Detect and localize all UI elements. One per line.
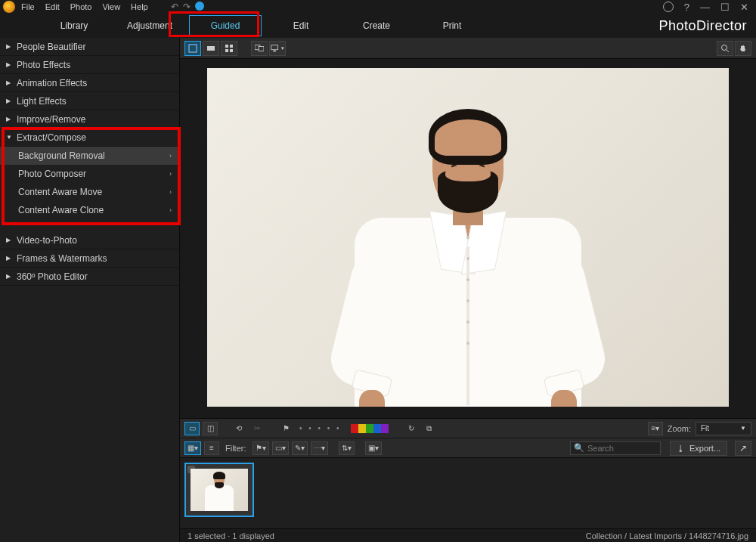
mode-tabs: Library Adjustment Guided Edit Create Pr…	[0, 14, 756, 38]
sidebar-sub-label: Content Aware Clone	[18, 205, 104, 215]
highlight-guided-tab	[169, 11, 259, 37]
sidebar-item-light-effects[interactable]: ▶Light Effects	[0, 92, 179, 110]
secondary-display-button[interactable]	[251, 41, 268, 56]
sidebar-label: People Beautifier	[17, 42, 85, 52]
monitor-dropdown-button[interactable]: ▾	[269, 41, 286, 56]
guided-sidebar: ▶People Beautifier ▶Photo Effects ▶Anima…	[0, 38, 180, 542]
maximize-icon[interactable]: ☐	[720, 2, 730, 13]
menu-bar: File Edit Photo View Help	[21, 2, 148, 11]
cloud-icon[interactable]	[195, 2, 204, 11]
menu-photo[interactable]: Photo	[70, 2, 92, 11]
stack-button[interactable]: ▣▾	[365, 441, 382, 455]
chevron-right-icon: ▶	[6, 255, 12, 262]
refresh-button[interactable]: ↻	[404, 422, 419, 435]
sidebar-item-video-to-photo[interactable]: ▶Video-to-Photo	[0, 231, 179, 249]
svg-rect-5	[230, 49, 233, 52]
tab-create[interactable]: Create	[340, 15, 413, 36]
content-area: ▾	[180, 38, 756, 542]
histogram-toggle-button[interactable]: ≡▾	[648, 422, 663, 435]
color-swatch[interactable]	[366, 424, 373, 433]
svg-rect-0	[189, 45, 197, 52]
view-single-button[interactable]	[184, 41, 201, 56]
sort-button[interactable]: ⇅▾	[339, 441, 355, 455]
color-swatch[interactable]	[373, 424, 381, 433]
rating-dots[interactable]: • • • • •	[299, 424, 342, 432]
menu-file[interactable]: File	[21, 2, 35, 11]
redo-icon[interactable]: ↷	[183, 2, 191, 12]
sidebar-label: Photo Effects	[17, 60, 70, 70]
sidebar-item-animation-effects[interactable]: ▶Animation Effects	[0, 74, 179, 92]
search-icon: 🔍	[574, 443, 584, 453]
menu-help[interactable]: Help	[131, 2, 148, 11]
sidebar-sub-content-aware-clone[interactable]: Content Aware Clone›	[0, 201, 179, 219]
view-mode2-button[interactable]: ◫	[203, 422, 218, 435]
filter-rating-button[interactable]: ⋯▾	[311, 441, 328, 455]
status-path: Collection / Latest Imports / 1448274716…	[586, 531, 748, 540]
preview-canvas[interactable]	[180, 59, 756, 418]
sidebar-item-people-beautifier[interactable]: ▶People Beautifier	[0, 38, 179, 56]
sidebar-label: Animation Effects	[17, 78, 87, 88]
filter-edited-button[interactable]: ✎▾	[292, 441, 308, 455]
crop-button[interactable]: ✂	[249, 422, 265, 435]
submenu-arrow-icon: ›	[169, 188, 172, 196]
search-box[interactable]: 🔍 ✕	[570, 441, 661, 455]
close-icon[interactable]: ✕	[740, 2, 748, 13]
sidebar-item-photo-effects[interactable]: ▶Photo Effects	[0, 56, 179, 74]
tab-print[interactable]: Print	[416, 15, 488, 36]
thumbnail-selected[interactable]	[184, 463, 254, 517]
sidebar-sub-label: Photo Composer	[18, 169, 86, 179]
sidebar-sub-label: Background Removal	[18, 150, 105, 161]
svg-rect-1	[207, 46, 215, 51]
view-compare-button[interactable]	[203, 41, 219, 56]
export-label: Export...	[689, 444, 720, 453]
svg-rect-9	[273, 50, 275, 51]
list-view-button[interactable]: ≡	[204, 441, 219, 455]
menu-edit[interactable]: Edit	[45, 2, 60, 11]
share-button[interactable]: ↗	[735, 441, 751, 456]
filmstrip[interactable]	[180, 457, 756, 528]
svg-rect-3	[230, 45, 233, 48]
sidebar-item-frames-watermarks[interactable]: ▶Frames & Watermarks	[0, 249, 179, 268]
help-icon[interactable]: ?	[684, 2, 689, 13]
flag-button[interactable]: ⚑	[278, 422, 293, 435]
submenu-arrow-icon: ›	[169, 152, 172, 160]
zoom-tool-button[interactable]	[717, 41, 733, 56]
export-icon: ⭳	[677, 444, 685, 453]
color-swatch[interactable]	[381, 424, 389, 433]
view-mode1-button[interactable]: ▭	[184, 422, 200, 435]
export-button[interactable]: ⭳ Export...	[670, 441, 727, 456]
tab-library[interactable]: Library	[38, 15, 110, 36]
color-swatch[interactable]	[358, 424, 366, 433]
view-grid-button[interactable]	[221, 41, 237, 56]
compare-mirror-button[interactable]: ⧉	[422, 422, 437, 435]
filter-label: Filter:	[225, 444, 246, 453]
chevron-right-icon: ▶	[6, 79, 12, 86]
tab-edit[interactable]: Edit	[265, 15, 337, 36]
sidebar-sub-background-removal[interactable]: Background Removal›	[0, 147, 179, 165]
filter-label-button[interactable]: ▭▾	[272, 441, 289, 455]
svg-line-11	[727, 50, 729, 52]
undo-icon[interactable]: ↶	[171, 2, 178, 12]
submenu-arrow-icon: ›	[169, 206, 172, 214]
preview-image	[207, 68, 729, 407]
sidebar-item-360-editor[interactable]: ▶360º Photo Editor	[0, 268, 179, 286]
zoom-select[interactable]: Fit▼	[696, 422, 751, 435]
sidebar-item-improve-remove[interactable]: ▶Improve/Remove	[0, 110, 179, 129]
chevron-right-icon: ▶	[6, 237, 12, 243]
menu-view[interactable]: View	[102, 2, 120, 11]
thumb-view-button[interactable]: ▦▾	[184, 441, 201, 455]
submenu-arrow-icon: ›	[169, 170, 172, 178]
chevron-right-icon: ▶	[6, 61, 12, 68]
sidebar-sub-photo-composer[interactable]: Photo Composer›	[0, 165, 179, 183]
account-icon[interactable]	[663, 2, 674, 12]
color-labels[interactable]	[351, 424, 389, 433]
lower-toolbar-1: ▭ ◫ ⟲ ✂ ⚑ • • • • • ↻ ⧉ ≡▾ Zoom: Fit▼	[180, 418, 756, 438]
sidebar-item-extract-compose[interactable]: ▼Extract/Compose	[0, 129, 179, 147]
color-swatch[interactable]	[351, 424, 358, 433]
sidebar-sub-content-aware-move[interactable]: Content Aware Move›	[0, 183, 179, 201]
rotate-button[interactable]: ⟲	[231, 422, 246, 435]
hand-tool-button[interactable]	[735, 41, 751, 56]
minimize-icon[interactable]: —	[700, 2, 710, 13]
sidebar-label: Light Effects	[17, 96, 67, 107]
filter-flag-button[interactable]: ⚑▾	[253, 441, 269, 455]
